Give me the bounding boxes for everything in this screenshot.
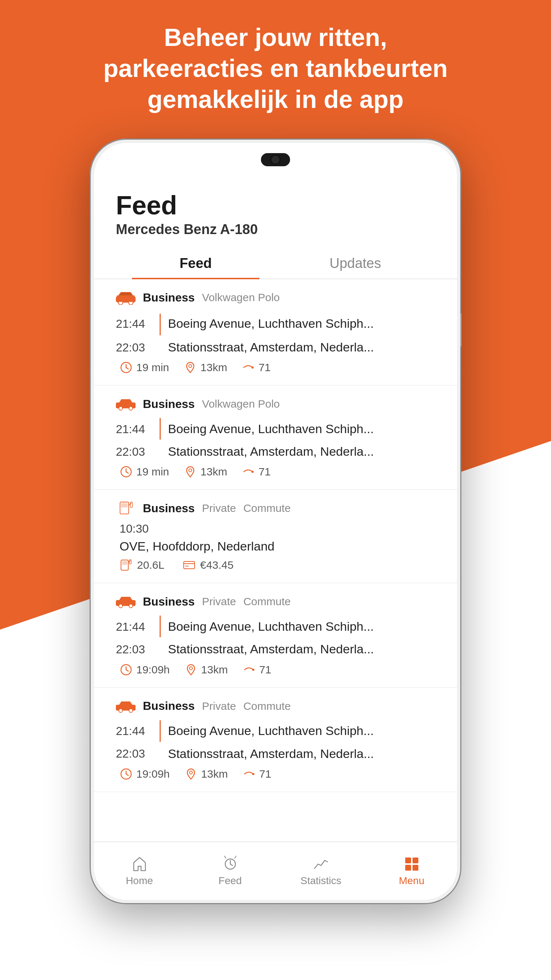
score-icon-2 [241,465,255,478]
camera-notch [261,153,290,166]
side-button [460,313,461,346]
route-line-2 [160,418,161,440]
nav-feed[interactable]: Feed [185,855,275,887]
item3-fuel-details: 10:30 OVE, Hoofddorp, Nederland 20 [119,522,435,572]
svg-point-15 [189,469,192,472]
item4-score: 71 [242,663,271,676]
item1-time-end: 22:03 [116,340,152,355]
item2-duration: 19 min [119,465,169,478]
location-icon-2 [184,465,197,478]
car-icon-2 [116,397,135,411]
item4-end-row: 22:03 Stationsstraat, Amsterdam, Nederla… [116,641,435,657]
app-header: Feed Mercedes Benz A-180 [94,176,457,237]
feed-item-1[interactable]: Business Volkwagen Polo 21:44 Boeing Ave… [94,279,457,386]
svg-line-41 [126,774,128,775]
item3-label2: Commute [243,502,291,514]
clock-icon [119,361,133,374]
svg-point-16 [251,471,254,473]
svg-point-37 [119,709,122,713]
item5-end-row: 22:03 Stationsstraat, Amsterdam, Nederla… [116,746,435,762]
item2-end-row: 22:03 Stationsstraat, Amsterdam, Nederla… [116,443,435,460]
item1-badge: Business [143,291,195,304]
feed-item-4[interactable]: Business Private Commute 21:44 Boeing Av… [94,583,457,687]
phone-frame: Feed Mercedes Benz A-180 Feed Updates [90,138,461,904]
svg-point-34 [189,667,192,670]
car-icon [116,290,135,305]
clock-icon-2 [119,465,133,478]
feed-item-2[interactable]: Business Volkwagen Polo 21:44 Boeing Ave… [94,386,457,490]
phone-screen: Feed Mercedes Benz A-180 Feed Updates [94,143,457,900]
svg-point-7 [189,364,192,368]
item5-distance: 13km [184,767,228,781]
item5-route: 21:44 Boeing Avenue, Luchthaven Schiph..… [116,720,435,762]
svg-rect-3 [116,297,135,302]
item4-start-row: 21:44 Boeing Avenue, Luchthaven Schiph..… [116,616,435,637]
svg-rect-18 [121,503,127,508]
item5-addr-start: Boeing Avenue, Luchthaven Schiph... [168,722,435,739]
item4-time-end: 22:03 [116,642,152,656]
feed-item-1-header: Business Volkwagen Polo [116,290,435,305]
fuel-icon [116,501,135,515]
svg-line-46 [230,864,232,865]
svg-rect-27 [185,565,189,567]
feed-item-5[interactable]: Business Private Commute 21:44 Boeing Av… [94,688,457,792]
svg-point-10 [119,407,122,410]
feed-list: Business Volkwagen Polo 21:44 Boeing Ave… [94,279,457,900]
app-screen: Feed Mercedes Benz A-180 Feed Updates [94,176,457,900]
item2-time-start: 21:44 [116,422,152,436]
item5-duration: 19:09h [119,767,170,781]
item5-addr-end: Stationsstraat, Amsterdam, Nederla... [168,746,435,762]
svg-point-42 [189,771,192,774]
svg-line-6 [126,368,128,369]
svg-line-33 [126,670,128,671]
item5-time-start: 21:44 [116,724,152,738]
item1-distance: 13km [184,361,227,374]
svg-point-30 [129,604,133,608]
svg-rect-49 [405,865,411,870]
svg-point-29 [119,604,122,608]
route-line-5 [160,720,161,742]
nav-menu[interactable]: Menu [366,855,457,887]
tab-feed[interactable]: Feed [116,248,275,278]
item1-route: 21:44 Boeing Avenue, Luchthaven Schiph..… [116,311,435,355]
item4-label1: Private [202,595,236,608]
item2-score: 71 [241,465,270,478]
svg-point-11 [129,407,133,410]
item3-volume: 20.6L [119,558,164,572]
item5-label2: Commute [243,700,291,713]
svg-point-38 [129,709,133,713]
nav-menu-label: Menu [399,875,424,887]
item5-badge: Business [143,699,195,713]
svg-line-19 [129,503,131,505]
tab-updates[interactable]: Updates [275,248,435,278]
svg-rect-24 [129,560,131,564]
item4-route: 21:44 Boeing Avenue, Luchthaven Schiph..… [116,616,435,657]
svg-point-8 [251,366,254,369]
menu-icon [403,855,421,873]
item1-score: 71 [241,361,270,374]
feed-item-3[interactable]: Business Private Commute 10:30 OVE, Hoof… [94,490,457,583]
item5-time-end: 22:03 [116,746,152,760]
item5-stats: 19:09h 13km [119,767,435,781]
svg-rect-48 [413,858,418,863]
nav-home[interactable]: Home [94,855,185,887]
feed-item-4-header: Business Private Commute [116,594,435,609]
item4-label2: Commute [243,595,291,608]
location-icon-5 [184,767,197,781]
tab-bar: Feed Updates [94,248,457,279]
item5-start-row: 21:44 Boeing Avenue, Luchthaven Schiph..… [116,720,435,742]
location-icon-4 [184,663,197,676]
nav-statistics[interactable]: Statistics [275,855,366,887]
item2-addr-start: Boeing Avenue, Luchthaven Schiph... [168,421,435,437]
item1-addr-end: Stationsstraat, Amsterdam, Nederla... [168,339,435,355]
svg-rect-25 [184,562,195,569]
item2-addr-end: Stationsstraat, Amsterdam, Nederla... [168,443,435,460]
item2-distance: 13km [184,465,227,478]
car-icon-5 [116,699,135,713]
item4-time-start: 21:44 [116,619,152,634]
route-line-4 [160,616,161,637]
item1-vehicle: Volkwagen Polo [202,291,280,304]
item2-route: 21:44 Boeing Avenue, Luchthaven Schiph..… [116,418,435,460]
svg-point-43 [252,773,254,775]
item4-addr-start: Boeing Avenue, Luchthaven Schiph... [168,618,435,635]
